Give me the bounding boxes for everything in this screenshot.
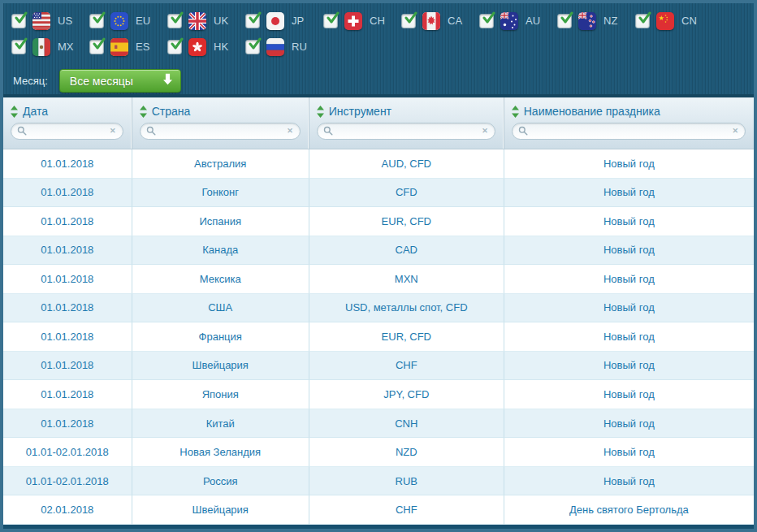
table-row: 01.01.2018 США USD, металлы спот, CFD Но…: [3, 294, 754, 323]
country-code-label: ES: [136, 41, 149, 53]
cell-instrument: USD, металлы спот, CFD: [309, 294, 504, 323]
cell-date: 01.01-02.01.2018: [3, 467, 132, 496]
filters-panel: US EU UK JP CH CA AU: [3, 3, 754, 94]
cell-date: 01.01.2018: [3, 352, 132, 381]
sort-arrows-icon[interactable]: [11, 106, 18, 118]
country-filter-ch[interactable]: CH: [323, 11, 401, 30]
table-row: 01.01-02.01.2018 Новая Зеландия NZD Новы…: [3, 438, 754, 467]
clear-search-icon[interactable]: ✕: [732, 128, 738, 135]
cell-country: Китай: [132, 409, 309, 439]
cell-instrument: MXN: [309, 265, 504, 294]
country-checkbox[interactable]: [167, 14, 182, 28]
column-search-input[interactable]: [160, 126, 288, 137]
cell-instrument: CNH: [309, 409, 504, 439]
country-filter-es[interactable]: ES: [89, 37, 167, 56]
table-column-header: Дата ✕: [3, 97, 132, 149]
sort-arrows-icon[interactable]: [140, 106, 147, 118]
column-search-box[interactable]: ✕: [11, 123, 123, 140]
month-dropdown-value: Все месяцы: [70, 75, 133, 88]
cell-date: 01.01.2018: [3, 294, 132, 323]
clear-search-icon[interactable]: ✕: [110, 128, 116, 135]
search-icon: [323, 124, 333, 139]
cell-instrument: AUD, CFD: [309, 149, 504, 179]
cell-holiday: Новый год: [504, 179, 754, 208]
table-row: 01.01.2018 Япония JPY, CFD Новый год: [3, 380, 754, 409]
country-filter-au[interactable]: AU: [479, 11, 557, 30]
country-checkbox[interactable]: [89, 40, 104, 54]
country-code-label: JP: [292, 15, 304, 27]
flag-ch-icon: [344, 12, 362, 30]
country-filter-us[interactable]: US: [11, 11, 89, 30]
country-code-label: MX: [58, 41, 74, 53]
table-row: 01.01-02.01.2018 Россия RUB Новый год: [3, 467, 754, 496]
flag-hk-icon: [188, 38, 206, 56]
country-code-label: CN: [681, 15, 697, 27]
cell-instrument: CAD: [309, 236, 504, 266]
country-filter-cn[interactable]: CN: [635, 11, 713, 30]
cell-country: Япония: [132, 380, 309, 409]
cell-country: США: [132, 294, 309, 323]
country-checkbox[interactable]: [245, 14, 260, 28]
flag-us-icon: [32, 12, 50, 30]
country-checkbox[interactable]: [89, 14, 104, 28]
table-row: 01.01.2018 Франция EUR, CFD Новый год: [3, 322, 754, 352]
cell-holiday: Новый год: [504, 352, 754, 381]
cell-country: Швейцария: [132, 352, 309, 381]
sort-arrows-icon[interactable]: [317, 106, 324, 118]
flag-au-icon: [500, 12, 518, 30]
country-filter-mx[interactable]: MX: [11, 37, 89, 56]
country-filter-hk[interactable]: HK: [167, 37, 245, 56]
cell-holiday: Новый год: [504, 207, 754, 236]
country-filter-ca[interactable]: CA: [401, 11, 479, 30]
country-checkbox[interactable]: [557, 14, 572, 28]
country-checkbox[interactable]: [11, 40, 26, 54]
country-checkbox[interactable]: [167, 40, 182, 54]
country-filter-uk[interactable]: UK: [167, 11, 245, 30]
cell-holiday: Новый год: [504, 438, 754, 467]
country-checkbox[interactable]: [401, 14, 416, 28]
column-search-box[interactable]: ✕: [140, 123, 301, 140]
cell-holiday: Новый год: [504, 322, 754, 352]
clear-search-icon[interactable]: ✕: [287, 128, 293, 135]
country-filter-nz[interactable]: NZ: [557, 11, 635, 30]
month-dropdown[interactable]: Все месяцы: [59, 69, 181, 93]
country-filter-ru[interactable]: RU: [245, 37, 323, 56]
flag-cn-icon: [656, 12, 674, 30]
column-title: Инструмент: [329, 105, 391, 118]
cell-date: 01.01.2018: [3, 409, 132, 439]
cell-country: Франция: [132, 322, 309, 352]
country-checkbox[interactable]: [635, 14, 650, 28]
cell-date: 01.01.2018: [3, 207, 132, 236]
column-search-box[interactable]: ✕: [317, 123, 495, 140]
flag-ca-icon: [422, 12, 440, 30]
cell-country: Швейцария: [132, 495, 309, 525]
country-filter-jp[interactable]: JP: [245, 11, 323, 30]
column-search-input[interactable]: [337, 126, 482, 137]
country-checkbox[interactable]: [11, 14, 26, 28]
cell-country: Канада: [132, 236, 309, 266]
column-search-box[interactable]: ✕: [512, 123, 746, 140]
country-code-label: CH: [370, 15, 385, 27]
sort-arrows-icon[interactable]: [512, 106, 519, 118]
flag-ru-icon: [266, 38, 284, 56]
country-checkbox[interactable]: [323, 14, 338, 28]
flag-eu-icon: [110, 12, 128, 30]
country-checkbox[interactable]: [245, 40, 260, 54]
table-row: 01.01.2018 Австралия AUD, CFD Новый год: [3, 149, 754, 179]
column-search-input[interactable]: [31, 126, 110, 137]
cell-holiday: Новый год: [504, 467, 754, 496]
country-code-label: UK: [214, 15, 228, 27]
country-filter-eu[interactable]: EU: [89, 11, 167, 30]
cell-holiday: Новый год: [504, 380, 754, 409]
table-row: 01.01.2018 Мексика MXN Новый год: [3, 265, 754, 294]
cell-holiday: Новый год: [504, 149, 754, 179]
country-checkbox[interactable]: [479, 14, 494, 28]
clear-search-icon[interactable]: ✕: [482, 128, 488, 135]
table-column-header: Наименование праздника ✕: [504, 97, 754, 149]
month-label: Месяц:: [13, 75, 48, 87]
cell-date: 01.01.2018: [3, 149, 132, 179]
column-search-input[interactable]: [532, 126, 733, 137]
cell-date: 01.01-02.01.2018: [3, 438, 132, 467]
table-row: 01.01.2018 Канада CAD Новый год: [3, 236, 754, 266]
column-title: Дата: [23, 105, 48, 118]
